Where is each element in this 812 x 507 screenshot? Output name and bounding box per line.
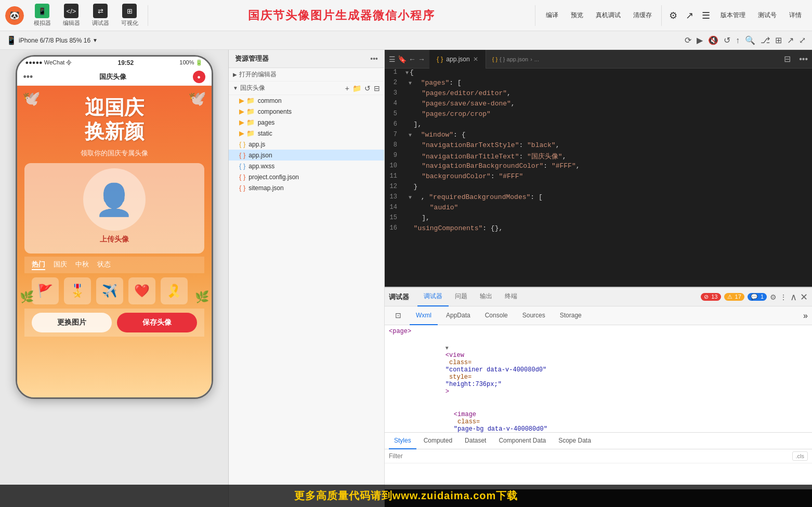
section-open-editors[interactable]: ▶ 打开的编辑器 (229, 68, 384, 82)
sticker-4[interactable]: ❤️ (128, 277, 155, 304)
more-btn[interactable]: ••• (795, 55, 812, 64)
sticker-3[interactable]: ✈️ (96, 277, 123, 304)
tree-file-appwxss[interactable]: { } app.wxss (229, 161, 384, 171)
rotate-icon[interactable]: ⟳ (685, 35, 691, 45)
editor-btn[interactable]: </> 编辑器 (58, 2, 84, 29)
tree-file-appjson[interactable]: { } app.json (229, 150, 384, 161)
bottom-overlay-banner: 更多高质量代码请到www.zuidaima.com下载 (0, 485, 812, 507)
devtools-tab-issues[interactable]: 问题 (449, 288, 474, 306)
clearCache-btn[interactable]: 清缓存 (628, 9, 657, 22)
nav-action-icon[interactable]: ● (193, 71, 205, 83)
avatar-upload-area[interactable]: 👤 上传头像 (24, 163, 204, 254)
collapse-arrow-1[interactable]: ▼ (446, 345, 449, 351)
share-icon[interactable]: ↗ (683, 10, 697, 21)
refresh-icon[interactable]: ↺ (364, 84, 371, 92)
wxml-tab-sources[interactable]: Sources (516, 306, 552, 325)
editor-tab-appjson[interactable]: { } app.json ✕ (429, 50, 486, 69)
debugger-btn[interactable]: ⇄ 调试器 (87, 2, 113, 29)
clear-icon[interactable]: ↺ (724, 35, 730, 45)
sticker-2[interactable]: 🎖️ (64, 277, 91, 304)
tree-folder-pages[interactable]: ▶ 📁 pages (229, 117, 384, 128)
styles-tab-dataset[interactable]: Dataset (460, 433, 491, 449)
nav-menu-icon[interactable]: ☰ (389, 55, 396, 63)
phone-tabs: 热门 国庆 中秋 状态 (24, 257, 204, 273)
new-file-icon[interactable]: + (345, 84, 349, 92)
devtools-collapse-icon[interactable]: ∧ (790, 291, 797, 303)
tree-folder-components[interactable]: ▶ 📁 components (229, 106, 384, 117)
nav-forward-icon[interactable]: → (418, 55, 425, 63)
devtools-tab-debugger[interactable]: 调试器 (417, 288, 449, 306)
nav-back-icon[interactable]: ← (409, 55, 416, 63)
code-line-6: 6 ], (385, 121, 812, 131)
right-panel: ☰ 🔖 ← → { } app.json ✕ { } { } app.json … (385, 50, 812, 507)
upload-icon[interactable]: ↑ (736, 36, 740, 45)
tree-file-appjs[interactable]: { } app.js (229, 139, 384, 150)
devtools-tab-terminal[interactable]: 终端 (499, 288, 523, 306)
simulator-btn[interactable]: 📱 模拟器 (29, 2, 55, 29)
tree-folder-common[interactable]: ▶ 📁 common (229, 95, 384, 106)
nav-back-icon[interactable]: ••• (23, 72, 33, 83)
volume-icon[interactable]: 🔇 (708, 35, 718, 45)
search-icon[interactable]: 🔍 (745, 35, 755, 45)
tree-file-projectconfig[interactable]: { } project.config.json (229, 171, 384, 182)
wxml-tab-storage[interactable]: Storage (554, 306, 588, 325)
split-editor-btn[interactable]: ⊟ (780, 54, 795, 64)
filter-input[interactable] (389, 452, 792, 460)
preview-btn[interactable]: 预览 (566, 9, 588, 22)
cls-button[interactable]: .cls (792, 451, 808, 461)
toolbar-divider-3 (661, 5, 662, 26)
translate-btn[interactable]: 编译 (541, 9, 564, 22)
test-btn[interactable]: 测试号 (753, 9, 782, 22)
tab-close-icon[interactable]: ✕ (473, 56, 478, 63)
new-folder-icon[interactable]: 📁 (352, 84, 361, 92)
save-avatar-btn[interactable]: 保存头像 (117, 313, 197, 332)
info-badge: 💬 1 (748, 293, 767, 301)
phone-status-bar: ●●●●● WeChat 令 19:52 100% 🔋 (17, 57, 212, 69)
code-editor[interactable]: 1 ▼{ 2 ▼ "pages": [ 3 "pages/editor/edit… (385, 69, 812, 287)
tab-national[interactable]: 国庆 (54, 260, 67, 270)
devtools-close-icon[interactable]: ✕ (800, 291, 808, 303)
tab-hot[interactable]: 热门 (32, 260, 45, 270)
detail-btn[interactable]: 详情 (784, 9, 807, 22)
tree-folder-static[interactable]: ▶ 📁 static (229, 128, 384, 139)
tab-midautumn[interactable]: 中秋 (75, 260, 89, 270)
devtools-controls: ⊘ 13 ⚠ 17 💬 1 ⚙ ⋮ ∧ (701, 291, 808, 303)
tab-status[interactable]: 状态 (97, 260, 111, 270)
expand-icon[interactable]: ⤢ (799, 35, 806, 45)
menu-icon[interactable]: ☰ (699, 10, 713, 21)
folder-icon-common: ▶ 📁 (239, 97, 255, 104)
styles-tab-styles[interactable]: Styles (389, 433, 416, 449)
wxml-tab-appdata[interactable]: AppData (440, 306, 477, 325)
grid-icon[interactable]: ⊞ (775, 35, 782, 45)
section-arrow-project: ▼ (233, 85, 238, 91)
branch-icon[interactable]: ⎇ (761, 35, 770, 45)
version-mgr-icon[interactable]: ⚙ (666, 10, 680, 21)
wxml-tab-cursor[interactable]: ⊡ (389, 306, 408, 325)
collapse-all-icon[interactable]: ⊟ (374, 84, 380, 92)
xml-content[interactable]: <page> ▼ <view class= "container data-v-… (385, 325, 812, 432)
avatar-placeholder: 👤 (83, 168, 146, 231)
play-icon[interactable]: ▶ (697, 35, 703, 45)
styles-tab-computed[interactable]: Computed (418, 433, 457, 449)
visualize-btn[interactable]: ⊞ 可视化 (116, 2, 142, 29)
tree-file-sitemap[interactable]: { } sitemap.json (229, 182, 384, 193)
versionMgr-btn[interactable]: 版本管理 (715, 9, 751, 22)
devtools-tab-output[interactable]: 输出 (474, 288, 499, 306)
nav-title: 国庆头像 (99, 72, 126, 82)
styles-tab-component-data[interactable]: Component Data (493, 433, 551, 449)
styles-tab-scope-data[interactable]: Scope Data (553, 433, 596, 449)
sticker-1[interactable]: 🚩 (32, 277, 59, 304)
more-options-icon[interactable]: ••• (370, 55, 378, 63)
section-project[interactable]: ▼ 国庆头像 + 📁 ↺ ⊟ (229, 82, 384, 95)
wxml-tab-console[interactable]: Console (479, 306, 514, 325)
realDebug-btn[interactable]: 真机调试 (591, 9, 626, 22)
export-icon[interactable]: ↗ (787, 35, 794, 45)
sticker-5[interactable]: 🎗️ (161, 277, 188, 304)
wxml-more-icon[interactable]: » (803, 311, 808, 321)
wxml-tab-wxml[interactable]: Wxml (410, 306, 438, 325)
nav-bookmark-icon[interactable]: 🔖 (398, 55, 407, 63)
settings-icon[interactable]: ⚙ (770, 293, 777, 301)
change-image-btn[interactable]: 更换图片 (32, 313, 112, 332)
device-selector[interactable]: 📱 iPhone 6/7/8 Plus 85% 16 ▼ (6, 35, 98, 45)
more-devtools-icon[interactable]: ⋮ (780, 293, 787, 301)
